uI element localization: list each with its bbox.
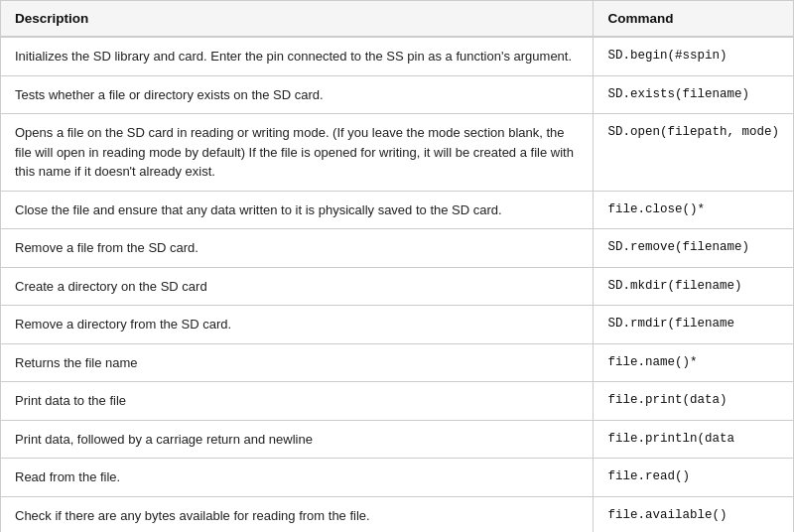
cell-description: Opens a file on the SD card in reading o… — [1, 114, 594, 192]
cell-description: Create a directory on the SD card — [1, 267, 594, 306]
table-row: Close the file and ensure that any data … — [1, 191, 793, 229]
table-row: Opens a file on the SD card in reading o… — [1, 114, 793, 192]
table-row: Print data, followed by a carriage retur… — [1, 420, 793, 459]
sd-library-table: Description Command Initializes the SD l… — [0, 0, 794, 532]
cell-description: Remove a directory from the SD card. — [1, 306, 594, 344]
table-row: Create a directory on the SD cardSD.mkdi… — [1, 267, 793, 306]
cell-command: SD.mkdir(filename) — [594, 267, 793, 306]
table-row: Print data to the filefile.print(data) — [1, 382, 793, 421]
header-description: Description — [1, 1, 594, 37]
cell-command: SD.rmdir(filename — [594, 306, 793, 344]
cell-command: file.available() — [594, 496, 793, 532]
cell-command: file.println(data — [594, 420, 793, 459]
cell-description: Check if there are any bytes available f… — [1, 496, 594, 532]
table-row: Remove a file from the SD card.SD.remove… — [1, 229, 793, 268]
table-row: Initializes the SD library and card. Ent… — [1, 37, 793, 75]
cell-description: Close the file and ensure that any data … — [1, 191, 594, 229]
cell-description: Print data, followed by a carriage retur… — [1, 420, 594, 459]
cell-command: file.name()* — [594, 343, 793, 382]
cell-description: Initializes the SD library and card. Ent… — [1, 37, 594, 75]
header-command: Command — [594, 1, 793, 37]
table-row: Check if there are any bytes available f… — [1, 496, 793, 532]
table-row: Remove a directory from the SD card.SD.r… — [1, 306, 793, 344]
table-row: Read from the file.file.read() — [1, 459, 793, 497]
cell-description: Print data to the file — [1, 382, 594, 421]
table-header-row: Description Command — [1, 1, 793, 37]
table-row: Tests whether a file or directory exists… — [1, 75, 793, 114]
cell-description: Returns the file name — [1, 343, 594, 382]
cell-command: file.close()* — [594, 191, 793, 229]
cell-command: SD.remove(filename) — [594, 229, 793, 268]
cell-description: Read from the file. — [1, 459, 594, 497]
cell-command: SD.begin(#sspin) — [594, 37, 793, 75]
cell-description: Remove a file from the SD card. — [1, 229, 594, 268]
cell-description: Tests whether a file or directory exists… — [1, 75, 594, 114]
table-row: Returns the file namefile.name()* — [1, 343, 793, 382]
cell-command: SD.open(filepath, mode) — [594, 114, 793, 192]
cell-command: SD.exists(filename) — [594, 75, 793, 114]
cell-command: file.read() — [594, 459, 793, 497]
cell-command: file.print(data) — [594, 382, 793, 421]
